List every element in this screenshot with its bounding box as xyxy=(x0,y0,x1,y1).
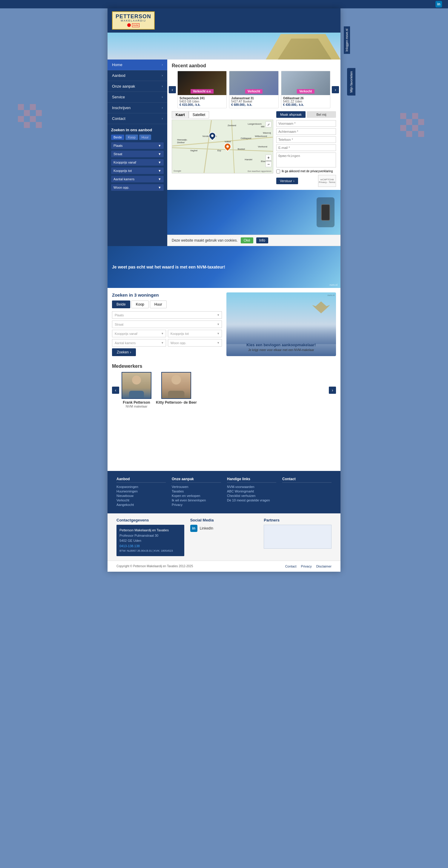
footer-link-privacy[interactable]: Privacy xyxy=(172,503,221,506)
footer-link-abc[interactable]: ABC Woningmarkt xyxy=(227,490,276,493)
footer-link-verkocht[interactable]: Verkocht xyxy=(116,498,166,502)
map-zoom-in[interactable]: + xyxy=(266,155,272,161)
taxatie-banner[interactable]: Deskundige taxatie? Vraag een NVM-taxate… xyxy=(167,190,341,235)
medewerker-photo-1 xyxy=(122,372,151,399)
nav-onze-aanpak[interactable]: Onze aanpak › xyxy=(107,81,167,92)
map-label-mill: Mill xyxy=(261,125,264,128)
property-card-2[interactable]: Verkocht Julianastraat 31 5427 AT Boekel… xyxy=(229,71,278,108)
map-label-handel: Handel xyxy=(245,158,252,161)
footer-col-aanpak-title: Onze aanpak xyxy=(172,477,221,483)
medewerker-name-1: Frank Petterson xyxy=(123,400,150,405)
linkedin-label: LinkedIn xyxy=(200,526,213,530)
footer-link-kopen-verkopen[interactable]: Kopen en verkopen xyxy=(172,494,221,498)
nvm-aankoopmakelaar-banner[interactable]: Kies een bevlogen aankoopmakelaar! Je kr… xyxy=(227,292,336,356)
form-submit-btn[interactable]: Verstuur › xyxy=(276,178,298,184)
prop-address-2: Julianastraat 31 xyxy=(231,97,276,100)
map-tab-satelliet[interactable]: Satelliet xyxy=(189,111,209,118)
footer-bottom-disclaimer[interactable]: Disclaimer xyxy=(316,564,332,568)
footer-link-binnenlopen[interactable]: Ik wil even binnenlopen xyxy=(172,498,221,502)
logo[interactable]: PETTERSON MAKELAARDIJ NVM xyxy=(112,11,155,30)
map-tab-kaart[interactable]: Kaart xyxy=(172,111,189,118)
contact-phone[interactable]: 0413-138.138 xyxy=(119,544,181,549)
footer-link-checklist[interactable]: Checklist verhuizen xyxy=(227,494,276,498)
social-linkedin[interactable]: in LinkedIn xyxy=(190,525,258,532)
nav-aanbod[interactable]: Aanbod › xyxy=(107,70,167,81)
favoriten-tab[interactable]: Mijn favorieten xyxy=(347,68,355,96)
search-type-huur[interactable]: Huur xyxy=(150,301,167,308)
search-type-koop[interactable]: Koop xyxy=(131,301,149,308)
search-tab-beide[interactable]: Beide xyxy=(111,134,124,140)
map-zoom-out[interactable]: − xyxy=(266,161,272,167)
content-area: Recent aanbod ‹ Verkocht o.v. Schepenhoe… xyxy=(167,60,341,246)
carousel-prev[interactable]: ‹ xyxy=(169,86,176,93)
footer-bottom-privacy[interactable]: Privacy xyxy=(301,564,312,568)
property-img-2: Verkocht xyxy=(229,71,278,95)
contact-details-box: Petterson Makelaardij en Taxaties Profes… xyxy=(116,525,184,556)
search-lower-woon-opp[interactable]: Woon opp. ▾ xyxy=(168,339,222,346)
straat-select[interactable]: Straat ▼ xyxy=(111,151,164,157)
prop-price-2: € 689.000,- k.k. xyxy=(231,103,276,106)
property-img-1: Verkocht o.v. xyxy=(178,71,227,95)
contact-tab-bel[interactable]: Bel mij xyxy=(307,111,336,118)
contact-btw: BTW: NLB957.35.904.B.01 | KVK: 18054523 xyxy=(119,549,181,553)
form-privacy-checkbox[interactable] xyxy=(276,169,280,174)
search-lower-kp-tot[interactable]: Koopprijs tot ▾ xyxy=(168,330,222,337)
map-area: Kaart Satelliet Zeeland xyxy=(172,111,273,187)
map-expand-btn[interactable]: ⤢ xyxy=(266,121,272,127)
footer-link-koopwoningen[interactable]: Koopwoningen xyxy=(116,485,166,489)
medewerker-card-1[interactable]: Frank Petterson NVM makelaar xyxy=(122,372,151,408)
map-error-link[interactable]: Een kaartfout rapporteren xyxy=(248,170,272,172)
properties-grid: Verkocht o.v. Schepenhoek 241 5403 GB Ud… xyxy=(177,71,330,108)
nav-inschrijven-arrow: › xyxy=(162,106,163,110)
nav-contact[interactable]: Contact › xyxy=(107,113,167,124)
nav-home[interactable]: Home › xyxy=(107,60,167,70)
status-badge-1: Verkocht o.v. xyxy=(191,89,214,94)
search-type-beide[interactable]: Beide xyxy=(112,301,130,308)
form-achternaam[interactable] xyxy=(276,128,336,135)
footer-link-aangekocht[interactable]: Aangekocht xyxy=(116,503,166,506)
footer-link-huurwoningen[interactable]: Huurwoningen xyxy=(116,490,166,493)
woon-opp-select[interactable]: Woon opp. ▼ xyxy=(111,184,164,191)
footer-link-10-vragen[interactable]: De 10 meest gestelde vragen xyxy=(227,498,276,502)
form-email[interactable] xyxy=(276,145,336,151)
footer-link-nvm-voorwaarden[interactable]: NVM-voorwaarden xyxy=(227,485,276,489)
medewerkers-next[interactable]: › xyxy=(329,386,336,394)
search-lower-straat-field[interactable]: Straat ▾ xyxy=(112,320,222,328)
footer-social-title: Social Media xyxy=(190,518,258,522)
form-voornaam[interactable] xyxy=(276,120,336,127)
footer-link-vertrouwen[interactable]: Vertrouwen xyxy=(172,485,221,489)
search-lower-btn[interactable]: Zoeken › xyxy=(112,348,136,356)
search-lower-plaats-field[interactable]: Plaats ▾ xyxy=(112,311,222,319)
map-label-heeswijk: Heeswijk-Dinther xyxy=(177,138,187,144)
footer-link-taxaties[interactable]: Taxaties xyxy=(172,490,221,493)
search-lower-kamers[interactable]: Aantal kamers ▾ xyxy=(112,339,166,346)
cookie-info-btn[interactable]: Info xyxy=(256,238,268,243)
footer-col-handige: Handige links NVM-voorwaarden ABC Woning… xyxy=(227,477,276,507)
inloggen-tab[interactable]: Inloggen move.nl xyxy=(344,26,350,54)
medewerker-card-2[interactable]: Kitty Petterson- de Beer xyxy=(156,372,197,408)
nav-service[interactable]: Service › xyxy=(107,92,167,102)
taxatie-banner-lower[interactable]: Je weet pas echt wat het waard is met ee… xyxy=(107,246,341,288)
nav-service-arrow: › xyxy=(162,95,163,99)
carousel-next[interactable]: › xyxy=(332,86,339,93)
property-card-3[interactable]: Verkocht Odiliastraat 26 5401 ZZ Uden € … xyxy=(281,71,330,108)
map-label-venhorst: Venhorst xyxy=(258,145,267,148)
search-tab-koop[interactable]: Koop xyxy=(126,134,138,140)
footer-link-nieuwbouw[interactable]: Nieuwbouw xyxy=(116,494,166,498)
linkedin-icon[interactable]: in xyxy=(436,1,442,7)
nav-inschrijven[interactable]: Inschrijven › xyxy=(107,102,167,113)
property-card-1[interactable]: Verkocht o.v. Schepenhoek 241 5403 GB Ud… xyxy=(177,71,227,108)
search-lower-kp-vanaf[interactable]: Koopprijs vanaf ▾ xyxy=(112,330,166,337)
form-opmerkingen[interactable] xyxy=(276,153,336,167)
contact-tab-afspraak[interactable]: Maak afspraak xyxy=(276,111,306,118)
prop-city-1: 5403 GB Uden xyxy=(179,100,225,103)
cookie-ok-btn[interactable]: Oké xyxy=(241,238,253,243)
aantal-kamers-select[interactable]: Aantal kamers ▼ xyxy=(111,176,164,182)
plaats-select[interactable]: Plaats ▼ xyxy=(111,142,164,149)
medewerkers-prev[interactable]: ‹ xyxy=(112,386,119,394)
koopprijs-vanaf-select[interactable]: Koopprijs vanaf ▼ xyxy=(111,159,164,166)
search-tab-huur[interactable]: Huur xyxy=(139,134,151,140)
form-telefoon[interactable] xyxy=(276,136,336,143)
footer-bottom-contact[interactable]: Contact xyxy=(285,564,297,568)
koopprijs-tot-select[interactable]: Koopprijs tot ▼ xyxy=(111,167,164,174)
